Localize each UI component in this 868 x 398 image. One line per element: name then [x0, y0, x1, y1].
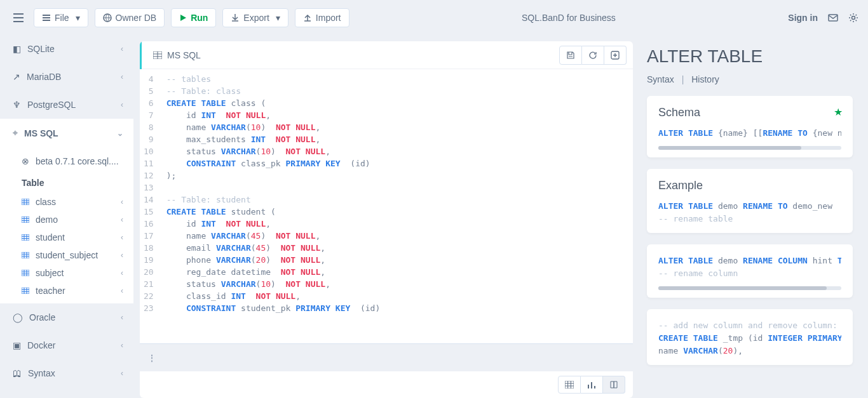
example-snippet: -- add new column and remove column:CREA…: [658, 319, 841, 357]
table-icon: [153, 51, 162, 59]
table-item-student[interactable]: student‹: [0, 229, 133, 246]
line-gutter: 4567891011121314151617181920212223: [140, 69, 160, 343]
sidebar-db-postgresql[interactable]: ♆ PostgreSQL ‹: [0, 91, 133, 119]
table-name: class: [36, 197, 56, 207]
sidebar-open-file[interactable]: ⊗ beta 0.7.1 core.sql....: [0, 151, 133, 171]
book-icon: [609, 381, 618, 388]
db-label: MariaDB: [27, 72, 61, 82]
table-icon: [22, 288, 29, 294]
chevron-left-icon: ‹: [121, 251, 123, 260]
editor-tab-mssql[interactable]: MS SQL: [140, 41, 212, 69]
plus-square-icon: [611, 51, 620, 60]
book-view-button[interactable]: [603, 376, 625, 394]
sidebar-db-mssql[interactable]: ⌖ MS SQL ⌄: [0, 119, 133, 147]
mail-button[interactable]: [828, 13, 838, 22]
table-item-teacher[interactable]: teacher‹: [0, 282, 133, 300]
code-editor[interactable]: 4567891011121314151617181920212223 -- ta…: [140, 69, 633, 343]
table-item-subject[interactable]: subject‹: [0, 264, 133, 282]
sidebar-db-docker[interactable]: ▣ Docker ‹: [0, 331, 133, 359]
sidebar-subpanel: ⊗ beta 0.7.1 core.sql.... Table class‹de…: [0, 147, 133, 303]
save-button[interactable]: [559, 46, 582, 65]
brand-title: SQL.BanD for Business: [356, 13, 782, 23]
menu-button[interactable]: [10, 10, 27, 26]
table-item-class[interactable]: class‹: [0, 193, 133, 211]
grid-view-button[interactable]: [558, 376, 581, 394]
play-icon: [179, 14, 187, 22]
chevron-left-icon: ‹: [121, 341, 123, 350]
gear-icon: [848, 13, 858, 23]
import-button[interactable]: Import: [295, 8, 349, 27]
file-name: beta 0.7.1 core.sql....: [36, 156, 119, 166]
right-panel-title: ALTER TABLE: [647, 46, 853, 67]
main-area: ◧ SQLite ‹ ↗ MariaDB ‹ ♆ PostgreSQL ‹ ⌖ …: [0, 35, 868, 398]
sign-in-link[interactable]: Sign in: [788, 13, 818, 23]
run-label: Run: [191, 13, 208, 23]
grid-icon: [565, 381, 574, 388]
close-icon[interactable]: ⊗: [22, 156, 29, 166]
schema-snippet: ALTER TABLE {name} [[RENAME TO {new na: [658, 127, 841, 140]
svg-rect-7: [22, 216, 29, 223]
db-label: MS SQL: [24, 128, 58, 138]
chart-view-button[interactable]: [581, 376, 603, 394]
sidebar-db-syntax[interactable]: 🕮 Syntax ‹: [0, 359, 133, 387]
db-label: PostgreSQL: [27, 100, 76, 110]
sidebar-db-oracle[interactable]: ◯ Oracle ‹: [0, 303, 133, 331]
table-icon: [22, 252, 29, 258]
database-icon: ◧: [13, 44, 21, 54]
hamburger-icon: [13, 13, 24, 22]
tab-history[interactable]: History: [691, 74, 719, 84]
sidebar-db-mariadb[interactable]: ↗ MariaDB ‹: [0, 63, 133, 91]
db-label: Syntax: [28, 368, 55, 378]
chevron-left-icon: ‹: [121, 215, 123, 224]
star-icon[interactable]: ★: [834, 106, 843, 118]
table-icon: [22, 234, 29, 241]
example-snippet: ALTER TABLE demo RENAME COLUMN hint TO -…: [658, 255, 841, 280]
center-column: MS SQL 456789101112131415161718192021222…: [133, 35, 639, 398]
example-heading: Example: [658, 179, 841, 192]
owner-db-button[interactable]: Owner DB: [95, 8, 165, 27]
right-panel: ALTER TABLE Syntax | History ★ Schema AL…: [639, 35, 868, 398]
editor-tabs: MS SQL: [140, 41, 633, 69]
table-item-demo[interactable]: demo‹: [0, 211, 133, 229]
svg-rect-1: [43, 17, 50, 18]
svg-rect-6: [22, 199, 29, 205]
table-name: demo: [36, 215, 58, 225]
sidebar-db-sqlite[interactable]: ◧ SQLite ‹: [0, 35, 133, 63]
chevron-left-icon: ‹: [121, 369, 123, 378]
top-right: Sign in: [788, 13, 858, 23]
save-icon: [566, 51, 575, 60]
editor-tab-label: MS SQL: [167, 50, 201, 60]
file-menu-button[interactable]: File ▾: [34, 8, 88, 27]
chevron-down-icon: ⌄: [117, 129, 123, 138]
table-name: subject: [36, 268, 64, 278]
table-name: student: [36, 232, 65, 242]
table-item-student_subject[interactable]: student_subject‹: [0, 246, 133, 264]
example-snippet: ALTER TABLE demo RENAME TO demo_new -- r…: [658, 200, 841, 225]
mail-icon: [828, 13, 838, 22]
drag-handle-icon[interactable]: ⋮: [147, 353, 156, 363]
right-panel-tabs: Syntax | History: [647, 74, 853, 84]
scrollbar[interactable]: [658, 286, 841, 290]
table-icon: [22, 216, 29, 223]
bar-chart-icon: [587, 381, 596, 388]
db-label: SQLite: [27, 44, 55, 54]
settings-button[interactable]: [848, 13, 858, 23]
scrollbar[interactable]: [658, 146, 841, 150]
bottom-toolbar: [140, 371, 633, 398]
caret-down-icon: ▾: [276, 13, 280, 23]
run-button[interactable]: Run: [171, 8, 216, 27]
database-icon: ◯: [13, 312, 23, 322]
tab-syntax[interactable]: Syntax: [647, 74, 674, 84]
results-bar[interactable]: ⋮: [140, 343, 633, 371]
database-icon: ♆: [13, 100, 21, 110]
sidebar-table-heading: Table: [0, 171, 133, 193]
export-button[interactable]: Export ▾: [222, 8, 288, 27]
refresh-button[interactable]: [582, 46, 604, 65]
svg-rect-0: [43, 15, 50, 16]
svg-rect-14: [565, 381, 574, 388]
db-label: Oracle: [29, 312, 55, 322]
add-button[interactable]: [604, 46, 627, 65]
code-content[interactable]: -- tables-- Table: classCREATE TABLE cla…: [160, 69, 387, 343]
editor-actions: [559, 46, 627, 65]
svg-rect-2: [43, 20, 50, 21]
